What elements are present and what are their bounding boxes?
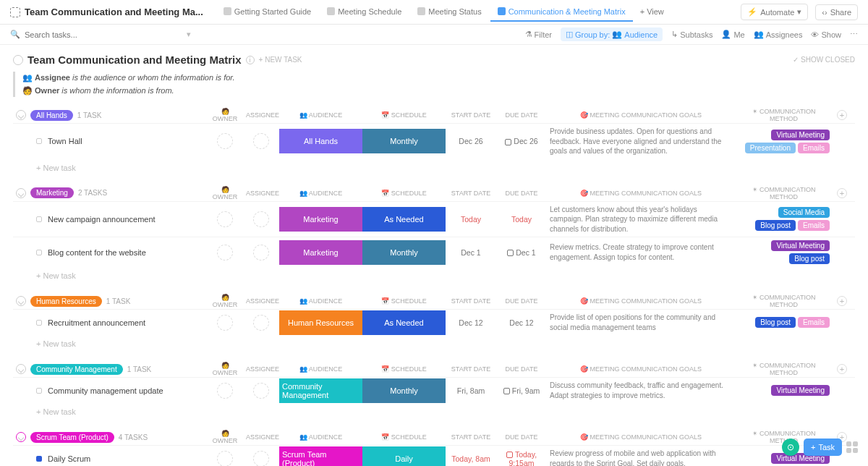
status-square[interactable] — [36, 388, 42, 394]
start-date[interactable]: Dec 26 — [446, 134, 496, 148]
status-square[interactable] — [36, 250, 42, 255]
audience-cell[interactable]: Human Resources — [279, 310, 362, 335]
task-row[interactable]: Daily ScrumScrum Team (Product)DailyToda… — [13, 445, 855, 466]
status-square[interactable] — [36, 138, 42, 144]
audience-cell[interactable]: Community Management — [279, 378, 362, 403]
start-date[interactable]: Dec 12 — [446, 315, 496, 330]
group-pill[interactable]: Scrum Team (Product) — [30, 432, 114, 443]
new-task-row[interactable]: + New task — [13, 403, 855, 416]
method-tag[interactable]: Emails — [798, 220, 830, 231]
add-view-button[interactable]: + View — [633, 3, 671, 22]
add-column-button[interactable]: + — [837, 110, 847, 120]
task-row[interactable]: Community management updateCommunity Man… — [13, 377, 855, 403]
start-date[interactable]: Today — [446, 212, 496, 226]
assignee-avatar[interactable] — [253, 383, 269, 399]
show-closed-button[interactable]: ✓ SHOW CLOSED — [793, 56, 855, 64]
add-column-button[interactable]: + — [837, 296, 847, 306]
search-box[interactable]: 🔍 ▾ — [10, 30, 191, 39]
new-task-row[interactable]: + New task — [13, 159, 855, 172]
info-icon[interactable]: i — [246, 56, 255, 64]
method-tag[interactable]: Blog post — [755, 317, 796, 328]
assignee-avatar[interactable] — [253, 245, 269, 260]
collapse-icon[interactable] — [16, 110, 26, 120]
view-tab[interactable]: Getting Started Guide — [216, 3, 318, 22]
owner-avatar[interactable] — [217, 245, 233, 260]
owner-avatar[interactable] — [217, 315, 233, 331]
new-task-button[interactable]: + NEW TASK — [259, 56, 302, 64]
group-pill[interactable]: All Hands — [30, 110, 73, 121]
collapse-icon[interactable] — [16, 296, 26, 306]
group-pill[interactable]: Human Resources — [30, 296, 102, 307]
method-tag[interactable]: Virtual Meeting — [771, 240, 830, 251]
owner-avatar[interactable] — [217, 451, 233, 466]
add-column-button[interactable]: + — [837, 364, 847, 374]
method-tag[interactable]: Virtual Meeting — [771, 385, 830, 396]
schedule-cell[interactable]: Monthly — [362, 240, 446, 265]
schedule-cell[interactable]: As Needed — [362, 207, 446, 232]
automate-button[interactable]: ⚡ Automate ▾ — [741, 4, 808, 20]
audience-cell[interactable]: Marketing — [279, 240, 362, 265]
method-tag[interactable]: Blog post — [789, 253, 830, 264]
task-row[interactable]: Blog content for the websiteMarketingMon… — [13, 237, 855, 267]
workspace-title[interactable]: Team Communication and Meeting Ma... — [10, 7, 203, 17]
start-date[interactable]: Today, 8am — [446, 452, 496, 466]
schedule-cell[interactable]: Monthly — [362, 378, 446, 403]
audience-cell[interactable]: Scrum Team (Product) — [279, 446, 362, 466]
more-button[interactable]: ⋯ — [850, 30, 858, 39]
method-tag[interactable]: Presentation — [745, 143, 796, 153]
audience-cell[interactable]: All Hands — [279, 129, 362, 153]
record-button[interactable]: ⊙ — [782, 439, 799, 456]
owner-avatar[interactable] — [217, 133, 233, 149]
share-button[interactable]: ‹› Share — [815, 4, 858, 20]
new-task-row[interactable]: + New task — [13, 335, 855, 348]
me-button[interactable]: 👤Me — [721, 30, 744, 39]
task-row[interactable]: New campaign announcementMarketingAs Nee… — [13, 201, 855, 237]
group-pill[interactable]: Marketing — [30, 187, 74, 198]
due-date[interactable]: Dec 1 — [496, 245, 547, 260]
start-date[interactable]: Fri, 8am — [446, 384, 496, 398]
schedule-cell[interactable]: As Needed — [362, 310, 446, 335]
assignee-avatar[interactable] — [253, 315, 269, 331]
status-square[interactable] — [36, 456, 42, 462]
assignee-avatar[interactable] — [253, 211, 269, 227]
group-by-button[interactable]: ◫ Group by: 👥 Audience — [561, 27, 663, 41]
audience-cell[interactable]: Marketing — [279, 207, 362, 232]
method-tag[interactable]: Emails — [798, 317, 830, 328]
task-row[interactable]: Town HallAll HandsMonthlyDec 26Dec 26Pro… — [13, 123, 855, 159]
task-row[interactable]: Recruitment announcementHuman ResourcesA… — [13, 309, 855, 335]
collapse-icon[interactable] — [16, 364, 26, 374]
owner-avatar[interactable] — [217, 211, 233, 227]
view-tab[interactable]: Meeting Status — [410, 3, 488, 22]
assignee-avatar[interactable] — [253, 451, 269, 466]
group-pill[interactable]: Community Management — [30, 364, 123, 375]
assignees-button[interactable]: 👥Assignees — [754, 30, 803, 39]
search-input[interactable] — [25, 30, 182, 39]
due-date[interactable]: Fri, 9am — [496, 384, 547, 398]
collapse-icon[interactable] — [16, 188, 26, 198]
add-column-button[interactable]: + — [837, 188, 847, 198]
due-date[interactable]: Dec 26 — [496, 134, 547, 148]
apps-icon[interactable] — [846, 441, 858, 453]
status-square[interactable] — [36, 320, 42, 326]
new-task-fab[interactable]: +Task — [804, 439, 842, 456]
subtasks-button[interactable]: ↳Subtasks — [671, 30, 712, 39]
chevron-down-icon[interactable]: ▾ — [187, 30, 191, 39]
schedule-cell[interactable]: Daily — [362, 446, 446, 466]
due-date[interactable]: Today, 9:15am — [496, 447, 547, 466]
schedule-cell[interactable]: Monthly — [362, 129, 446, 153]
start-date[interactable]: Dec 1 — [446, 245, 496, 260]
method-tag[interactable]: Blog post — [755, 220, 796, 231]
assignee-avatar[interactable] — [253, 133, 269, 149]
method-tag[interactable]: Virtual Meeting — [771, 130, 830, 140]
due-date[interactable]: Dec 12 — [496, 315, 547, 330]
status-square[interactable] — [36, 216, 42, 222]
method-tag[interactable]: Social Media — [778, 207, 830, 218]
view-tab[interactable]: Meeting Schedule — [320, 3, 409, 22]
method-tag[interactable]: Emails — [798, 143, 830, 153]
due-date[interactable]: Today — [496, 212, 547, 226]
view-tab[interactable]: Communication & Meeting Matrix — [490, 3, 633, 22]
owner-avatar[interactable] — [217, 383, 233, 399]
show-button[interactable]: 👁Show — [811, 30, 841, 39]
new-task-row[interactable]: + New task — [13, 267, 855, 280]
collapse-icon[interactable] — [16, 432, 26, 442]
